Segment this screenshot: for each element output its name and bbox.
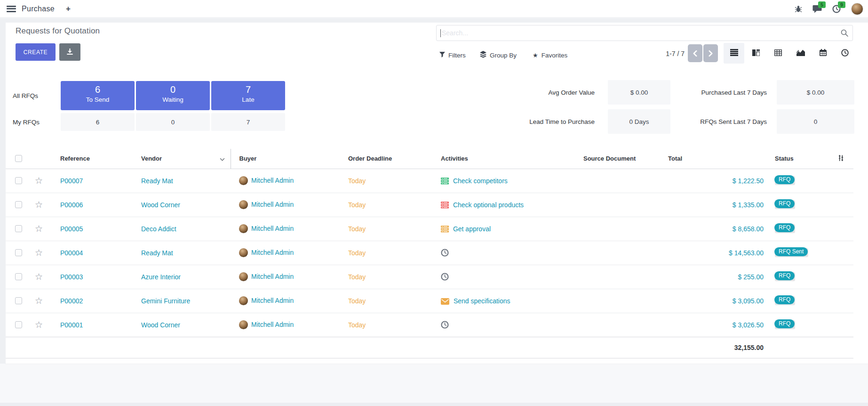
table-row[interactable]: ☆ P00004 Ready Mat Mitchell Admin Today …: [6, 241, 853, 265]
row-favorite-star-icon[interactable]: ☆: [35, 272, 43, 282]
table-row[interactable]: ☆ P00001 Wood Corner Mitchell Admin Toda…: [6, 313, 853, 337]
vendor-link[interactable]: Ready Mat: [141, 177, 173, 185]
new-tab-button[interactable]: +: [66, 4, 71, 14]
tile-waiting[interactable]: 0 Waiting: [136, 81, 210, 110]
status-badge: RFQ: [775, 296, 795, 305]
activity-label[interactable]: Send specifications: [454, 297, 510, 305]
header-order-deadline[interactable]: Order Deadline: [346, 149, 435, 169]
buyer-link[interactable]: Mitchell Admin: [251, 177, 294, 184]
header-buyer[interactable]: Buyer: [231, 149, 346, 169]
buyer-avatar: [239, 200, 248, 209]
row-favorite-star-icon[interactable]: ☆: [35, 296, 43, 306]
header-status[interactable]: Status: [764, 149, 828, 169]
my-tile-to-send[interactable]: 6: [61, 113, 135, 131]
reference-link[interactable]: P00007: [60, 177, 83, 185]
activity-list-icon[interactable]: [441, 202, 449, 209]
buyer-link[interactable]: Mitchell Admin: [251, 297, 294, 304]
row-checkbox[interactable]: [15, 225, 22, 232]
reference-link[interactable]: P00005: [60, 225, 83, 233]
search-icon[interactable]: [841, 29, 848, 37]
favorites-button[interactable]: ★ Favorites: [533, 49, 567, 61]
user-avatar[interactable]: [851, 3, 863, 15]
my-tile-waiting[interactable]: 0: [136, 113, 210, 131]
row-favorite-star-icon[interactable]: ☆: [35, 248, 43, 258]
table-row[interactable]: ☆ P00002 Gemini Furniture Mitchell Admin…: [6, 289, 853, 313]
table-row[interactable]: ☆ P00006 Wood Corner Mitchell Admin Toda…: [6, 193, 853, 217]
activity-mail-icon[interactable]: [441, 298, 449, 305]
graph-view-icon: [796, 49, 805, 57]
my-tile-late[interactable]: 7: [211, 113, 285, 131]
header-reference[interactable]: Reference: [49, 149, 134, 169]
row-favorite-star-icon[interactable]: ☆: [35, 176, 43, 186]
table-row[interactable]: ☆ P00007 Ready Mat Mitchell Admin Today …: [6, 169, 853, 193]
vendor-link[interactable]: Azure Interior: [141, 273, 181, 281]
vendor-link[interactable]: Ready Mat: [141, 249, 173, 257]
view-switch-kanban[interactable]: [746, 43, 766, 64]
vendor-link[interactable]: Gemini Furniture: [141, 297, 190, 305]
tile-to-send[interactable]: 6 To Send: [61, 81, 135, 110]
row-checkbox[interactable]: [15, 273, 22, 280]
reference-link[interactable]: P00004: [60, 249, 83, 257]
buyer-avatar: [239, 296, 248, 305]
stat-lead-time-value: 0 Days: [608, 109, 670, 134]
reference-link[interactable]: P00006: [60, 201, 83, 209]
stat-purchased-label: Purchased Last 7 Days: [701, 89, 767, 96]
vendor-link[interactable]: Deco Addict: [141, 225, 176, 233]
order-deadline-value: Today: [348, 249, 366, 257]
activities-clock-icon[interactable]: 9: [832, 5, 841, 13]
row-checkbox[interactable]: [15, 321, 22, 328]
row-favorite-star-icon[interactable]: ☆: [35, 200, 43, 210]
row-favorite-star-icon[interactable]: ☆: [35, 320, 43, 330]
activity-list-icon[interactable]: [441, 226, 449, 233]
activity-list-icon[interactable]: [441, 178, 449, 185]
status-badge: RFQ: [775, 320, 795, 329]
filters-button[interactable]: Filters: [439, 49, 466, 61]
activity-clock-icon[interactable]: [441, 273, 449, 281]
view-switch-pivot[interactable]: [768, 43, 788, 64]
table-row[interactable]: ☆ P00005 Deco Addict Mitchell Admin Toda…: [6, 217, 853, 241]
view-switch-list[interactable]: [724, 43, 744, 64]
view-switch-graph[interactable]: [790, 43, 811, 64]
buyer-link[interactable]: Mitchell Admin: [251, 321, 294, 328]
pager-next-button[interactable]: [703, 44, 718, 62]
buyer-link[interactable]: Mitchell Admin: [251, 273, 294, 280]
header-total[interactable]: Total: [668, 149, 764, 169]
vendor-link[interactable]: Wood Corner: [141, 201, 180, 209]
header-vendor[interactable]: Vendor: [134, 149, 231, 169]
reference-link[interactable]: P00002: [60, 297, 83, 305]
select-all-checkbox[interactable]: [15, 155, 22, 162]
apps-menu-icon[interactable]: [7, 6, 16, 12]
activity-label[interactable]: Check optional products: [453, 201, 524, 209]
header-activities[interactable]: Activities: [435, 149, 583, 169]
buyer-link[interactable]: Mitchell Admin: [251, 249, 294, 256]
view-switch-activity[interactable]: [835, 43, 855, 64]
row-checkbox[interactable]: [15, 201, 22, 208]
group-by-button[interactable]: Group By: [480, 49, 517, 61]
tile-late[interactable]: 7 Late: [211, 81, 285, 110]
activity-label[interactable]: Check competitors: [453, 177, 508, 185]
buyer-avatar: [239, 272, 248, 281]
view-switch-calendar[interactable]: [812, 43, 833, 64]
activity-clock-icon[interactable]: [441, 321, 449, 329]
optional-columns-button[interactable]: [828, 149, 853, 169]
messages-icon[interactable]: 5: [812, 5, 822, 13]
search-input[interactable]: Search...: [436, 25, 853, 41]
pager-prev-button[interactable]: [688, 44, 702, 62]
export-button[interactable]: [59, 43, 80, 61]
create-button[interactable]: CREATE: [16, 43, 56, 61]
row-checkbox[interactable]: [15, 297, 22, 304]
header-source-document[interactable]: Source Document: [583, 149, 668, 169]
row-checkbox[interactable]: [15, 249, 22, 256]
reference-link[interactable]: P00003: [60, 273, 83, 281]
table-row[interactable]: ☆ P00003 Azure Interior Mitchell Admin T…: [6, 265, 853, 289]
buyer-link[interactable]: Mitchell Admin: [251, 201, 294, 208]
activity-label[interactable]: Get approval: [453, 225, 491, 233]
app-name[interactable]: Purchase: [22, 5, 55, 13]
buyer-link[interactable]: Mitchell Admin: [251, 225, 294, 232]
row-favorite-star-icon[interactable]: ☆: [35, 224, 43, 234]
bug-icon[interactable]: [795, 5, 802, 13]
vendor-link[interactable]: Wood Corner: [141, 321, 180, 329]
activity-clock-icon[interactable]: [441, 249, 449, 257]
reference-link[interactable]: P00001: [60, 321, 83, 329]
row-checkbox[interactable]: [15, 177, 22, 184]
